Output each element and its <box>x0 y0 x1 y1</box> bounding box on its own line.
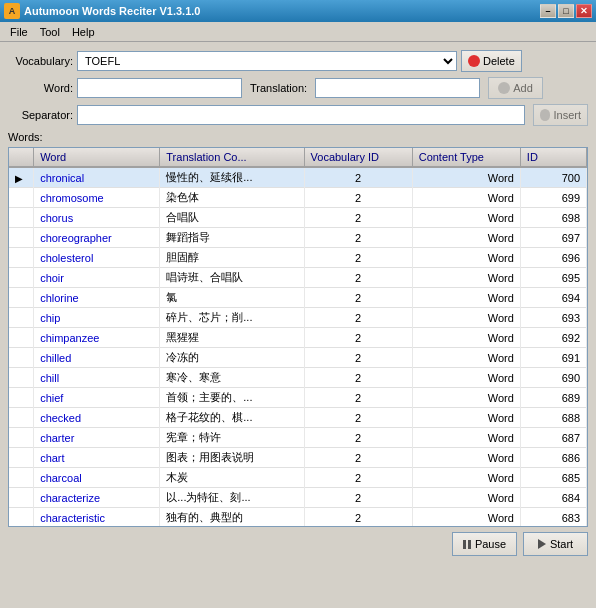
row-checkbox[interactable] <box>9 208 34 228</box>
row-vocabid: 2 <box>304 508 412 527</box>
row-id: 695 <box>520 268 586 288</box>
table-row[interactable]: characterize以...为特征、刻...2Word684 <box>9 488 587 508</box>
words-section-label: Words: <box>8 131 588 143</box>
minimize-button[interactable]: – <box>540 4 556 18</box>
close-button[interactable]: ✕ <box>576 4 592 18</box>
row-checkbox[interactable] <box>9 348 34 368</box>
table-row[interactable]: choreographer舞蹈指导2Word697 <box>9 228 587 248</box>
table-row[interactable]: characteristic独有的、典型的2Word683 <box>9 508 587 527</box>
row-vocabid: 2 <box>304 288 412 308</box>
table-scroll[interactable]: Word Translation Co... Vocabulary ID Con… <box>9 148 587 526</box>
table-row[interactable]: chip碎片、芯片；削...2Word693 <box>9 308 587 328</box>
row-contenttype: Word <box>412 208 520 228</box>
row-word: checked <box>34 408 160 428</box>
table-row[interactable]: cholesterol胆固醇2Word696 <box>9 248 587 268</box>
row-id: 688 <box>520 408 586 428</box>
separator-input[interactable] <box>77 105 525 125</box>
row-id: 694 <box>520 288 586 308</box>
menu-bar: File Tool Help <box>0 22 596 42</box>
table-row[interactable]: checked格子花纹的、棋...2Word688 <box>9 408 587 428</box>
row-vocabid: 2 <box>304 468 412 488</box>
row-translation: 木炭 <box>160 468 304 488</box>
row-vocabid: 2 <box>304 268 412 288</box>
row-checkbox[interactable] <box>9 188 34 208</box>
table-row[interactable]: charcoal木炭2Word685 <box>9 468 587 488</box>
row-checkbox[interactable] <box>9 268 34 288</box>
row-checkbox[interactable] <box>9 368 34 388</box>
row-id: 689 <box>520 388 586 408</box>
row-contenttype: Word <box>412 408 520 428</box>
menu-help[interactable]: Help <box>66 24 101 40</box>
insert-button[interactable]: Insert <box>533 104 588 126</box>
row-id: 700 <box>520 167 586 188</box>
menu-file[interactable]: File <box>4 24 34 40</box>
table-header-row: Word Translation Co... Vocabulary ID Con… <box>9 148 587 167</box>
maximize-button[interactable]: □ <box>558 4 574 18</box>
row-id: 690 <box>520 368 586 388</box>
row-vocabid: 2 <box>304 188 412 208</box>
pause-button[interactable]: Pause <box>452 532 517 556</box>
col-header-checkbox <box>9 148 34 167</box>
start-button[interactable]: Start <box>523 532 588 556</box>
col-header-id: ID <box>520 148 586 167</box>
row-word: chronical <box>34 167 160 188</box>
row-checkbox[interactable] <box>9 388 34 408</box>
table-body: ▶chronical慢性的、延续很...2Word700chromosome染色… <box>9 167 587 526</box>
row-translation: 慢性的、延续很... <box>160 167 304 188</box>
row-checkbox[interactable] <box>9 288 34 308</box>
word-label: Word: <box>8 82 73 94</box>
row-contenttype: Word <box>412 328 520 348</box>
row-checkbox[interactable] <box>9 468 34 488</box>
menu-tool[interactable]: Tool <box>34 24 66 40</box>
row-checkbox[interactable] <box>9 488 34 508</box>
table-row[interactable]: ▶chronical慢性的、延续很...2Word700 <box>9 167 587 188</box>
row-word: chief <box>34 388 160 408</box>
vocabulary-select[interactable]: TOEFL <box>77 51 457 71</box>
row-translation: 首领；主要的、... <box>160 388 304 408</box>
row-translation: 黑猩猩 <box>160 328 304 348</box>
row-contenttype: Word <box>412 488 520 508</box>
table-row[interactable]: charter宪章；特许2Word687 <box>9 428 587 448</box>
row-checkbox[interactable] <box>9 448 34 468</box>
row-word: choir <box>34 268 160 288</box>
row-id: 697 <box>520 228 586 248</box>
row-id: 686 <box>520 448 586 468</box>
row-vocabid: 2 <box>304 208 412 228</box>
table-row[interactable]: chill寒冷、寒意2Word690 <box>9 368 587 388</box>
delete-icon <box>468 55 480 67</box>
row-checkbox[interactable] <box>9 248 34 268</box>
add-button[interactable]: Add <box>488 77 543 99</box>
row-contenttype: Word <box>412 268 520 288</box>
word-input[interactable] <box>77 78 242 98</box>
table-row[interactable]: chromosome染色体2Word699 <box>9 188 587 208</box>
row-word: chimpanzee <box>34 328 160 348</box>
row-checkbox[interactable] <box>9 408 34 428</box>
row-checkbox[interactable] <box>9 228 34 248</box>
translation-input[interactable] <box>315 78 480 98</box>
table-row[interactable]: chorus合唱队2Word698 <box>9 208 587 228</box>
row-word: chromosome <box>34 188 160 208</box>
table-row[interactable]: chilled冷冻的2Word691 <box>9 348 587 368</box>
row-vocabid: 2 <box>304 448 412 468</box>
row-checkbox[interactable]: ▶ <box>9 167 34 188</box>
title-bar-text: A Autumoon Words Reciter V1.3.1.0 <box>4 3 200 19</box>
row-vocabid: 2 <box>304 248 412 268</box>
row-contenttype: Word <box>412 228 520 248</box>
table-row[interactable]: chimpanzee黑猩猩2Word692 <box>9 328 587 348</box>
row-checkbox[interactable] <box>9 308 34 328</box>
table-row[interactable]: chief首领；主要的、...2Word689 <box>9 388 587 408</box>
words-table-container: Word Translation Co... Vocabulary ID Con… <box>8 147 588 527</box>
row-checkbox[interactable] <box>9 508 34 527</box>
separator-label: Separator: <box>8 109 73 121</box>
row-translation: 独有的、典型的 <box>160 508 304 527</box>
table-row[interactable]: chart图表；用图表说明2Word686 <box>9 448 587 468</box>
row-contenttype: Word <box>412 288 520 308</box>
row-checkbox[interactable] <box>9 428 34 448</box>
row-word: chill <box>34 368 160 388</box>
row-word: chilled <box>34 348 160 368</box>
delete-button[interactable]: Delete <box>461 50 522 72</box>
row-checkbox[interactable] <box>9 328 34 348</box>
table-row[interactable]: chlorine氯2Word694 <box>9 288 587 308</box>
table-row[interactable]: choir唱诗班、合唱队2Word695 <box>9 268 587 288</box>
col-header-contenttype: Content Type <box>412 148 520 167</box>
